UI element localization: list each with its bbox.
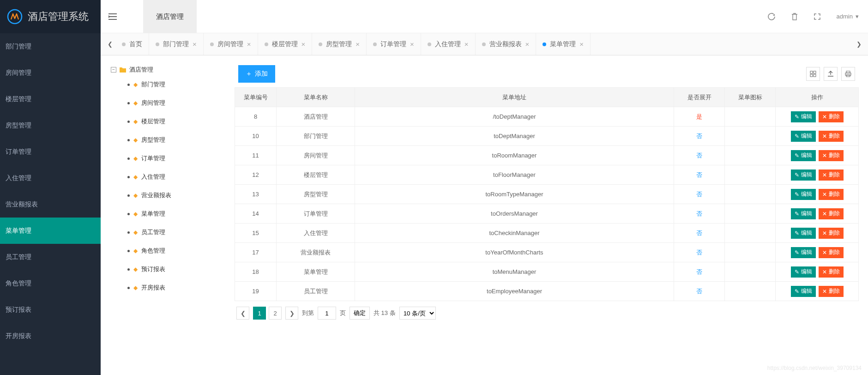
- tab[interactable]: 入住管理×: [421, 33, 476, 55]
- page-next[interactable]: ❯: [285, 307, 298, 320]
- cell-expand: 否: [674, 243, 725, 262]
- tree-node[interactable]: ◆预订报表: [127, 260, 224, 278]
- topbar: 酒店管理 admin ▾: [101, 0, 868, 33]
- tab[interactable]: 楼层管理×: [258, 33, 313, 55]
- cell-actions: ✎编辑✕删除: [776, 204, 859, 224]
- sidebar-item[interactable]: 房间管理: [0, 60, 101, 86]
- trash-icon[interactable]: [791, 13, 798, 20]
- tree-node[interactable]: ◆房间管理: [127, 94, 224, 112]
- sidebar-item[interactable]: 预订报表: [0, 296, 101, 323]
- tree-node[interactable]: ◆部门管理: [127, 75, 224, 94]
- table-row: 14订单管理toOrdersManager否✎编辑✕删除: [235, 204, 859, 224]
- cell-name: 入住管理: [277, 224, 355, 243]
- table-row: 18菜单管理toMenuManager否✎编辑✕删除: [235, 262, 859, 282]
- add-button[interactable]: ＋ 添加: [238, 65, 275, 83]
- per-page-select[interactable]: 10 条/页: [399, 307, 436, 320]
- sidebar-item[interactable]: 入住管理: [0, 165, 101, 191]
- close-icon[interactable]: ×: [410, 40, 414, 48]
- sidebar-item[interactable]: 角色管理: [0, 270, 101, 296]
- tree-node[interactable]: ◆角色管理: [127, 242, 224, 260]
- tree-node[interactable]: ◆订单管理: [127, 149, 224, 168]
- menu-toggle-icon[interactable]: [101, 5, 125, 28]
- delete-button[interactable]: ✕删除: [819, 208, 844, 219]
- tree-node[interactable]: ◆楼层管理: [127, 112, 224, 131]
- refresh-icon[interactable]: [768, 13, 775, 20]
- delete-button[interactable]: ✕删除: [819, 169, 844, 181]
- sidebar-item[interactable]: 营业额报表: [0, 191, 101, 218]
- delete-button[interactable]: ✕删除: [819, 111, 844, 122]
- goto-confirm-button[interactable]: 确定: [350, 307, 370, 320]
- close-icon[interactable]: ×: [525, 40, 530, 48]
- sidebar-item[interactable]: 楼层管理: [0, 86, 101, 112]
- edit-button[interactable]: ✎编辑: [791, 189, 816, 200]
- page-number[interactable]: 2: [269, 307, 282, 320]
- tree-node[interactable]: ◆营业额报表: [127, 186, 224, 205]
- edit-button[interactable]: ✎编辑: [791, 150, 816, 161]
- tab[interactable]: 首页: [115, 33, 149, 55]
- main-tab-hotel[interactable]: 酒店管理: [143, 0, 197, 33]
- close-icon[interactable]: ×: [301, 40, 306, 48]
- tree-collapse-icon[interactable]: −: [111, 67, 116, 73]
- cell-name: 房型管理: [277, 185, 355, 204]
- close-icon[interactable]: ×: [464, 40, 469, 48]
- tree-node[interactable]: ◆员工管理: [127, 223, 224, 242]
- tab[interactable]: 房间管理×: [204, 33, 258, 55]
- leaf-icon: ◆: [133, 155, 138, 162]
- sidebar-item[interactable]: 房型管理: [0, 112, 101, 139]
- delete-button[interactable]: ✕删除: [819, 131, 844, 142]
- x-icon: ✕: [822, 133, 827, 139]
- sidebar-item[interactable]: 菜单管理: [0, 218, 101, 244]
- close-icon[interactable]: ×: [579, 40, 584, 48]
- x-icon: ✕: [822, 191, 827, 198]
- delete-button[interactable]: ✕删除: [819, 247, 844, 258]
- tab-scroll-right[interactable]: ❯: [853, 41, 864, 48]
- sidebar-item[interactable]: 部门管理: [0, 33, 101, 60]
- delete-button[interactable]: ✕删除: [819, 286, 844, 297]
- goto-page-input[interactable]: [318, 307, 336, 320]
- svg-point-0: [8, 10, 22, 24]
- page-prev[interactable]: ❮: [236, 307, 249, 320]
- tab[interactable]: 部门管理×: [149, 33, 204, 55]
- tree-root-node[interactable]: − 酒店管理: [110, 64, 224, 75]
- edit-button[interactable]: ✎编辑: [791, 169, 816, 181]
- fullscreen-icon[interactable]: [814, 13, 820, 20]
- tab[interactable]: 菜单管理×: [536, 33, 591, 55]
- close-icon[interactable]: ×: [247, 40, 251, 48]
- tab[interactable]: 订单管理×: [367, 33, 421, 55]
- edit-button[interactable]: ✎编辑: [791, 228, 816, 239]
- user-dropdown[interactable]: admin ▾: [837, 13, 859, 20]
- edit-button[interactable]: ✎编辑: [791, 131, 816, 142]
- tab-label: 首页: [129, 40, 142, 48]
- cell-name: 酒店管理: [277, 107, 355, 127]
- delete-button[interactable]: ✕删除: [819, 189, 844, 200]
- sidebar-item[interactable]: 开房报表: [0, 323, 101, 349]
- delete-button[interactable]: ✕删除: [819, 228, 844, 239]
- tree-node[interactable]: ◆入住管理: [127, 168, 224, 186]
- sidebar-item[interactable]: 订单管理: [0, 139, 101, 165]
- cell-url: toFloorManager: [355, 165, 674, 185]
- delete-button[interactable]: ✕删除: [819, 266, 844, 278]
- edit-button[interactable]: ✎编辑: [791, 111, 816, 122]
- delete-button[interactable]: ✕删除: [819, 150, 844, 161]
- tab[interactable]: 房型管理×: [312, 33, 367, 55]
- tree-node[interactable]: ◆菜单管理: [127, 205, 224, 223]
- sidebar-item[interactable]: 员工管理: [0, 244, 101, 270]
- column-header: 操作: [776, 88, 859, 107]
- edit-button[interactable]: ✎编辑: [791, 208, 816, 219]
- close-icon[interactable]: ×: [193, 40, 197, 48]
- close-icon[interactable]: ×: [356, 40, 360, 48]
- tab[interactable]: 营业额报表×: [476, 33, 536, 55]
- export-tool-icon[interactable]: [824, 67, 838, 81]
- columns-tool-icon[interactable]: [806, 67, 820, 81]
- edit-button[interactable]: ✎编辑: [791, 286, 816, 297]
- edit-button[interactable]: ✎编辑: [791, 266, 816, 278]
- pencil-icon: ✎: [795, 114, 799, 120]
- tree-node[interactable]: ◆开房报表: [127, 278, 224, 297]
- tab-scroll-left[interactable]: ❮: [104, 41, 115, 48]
- edit-button[interactable]: ✎编辑: [791, 247, 816, 258]
- sidebar: 酒店管理系统 部门管理房间管理楼层管理房型管理订单管理入住管理营业额报表菜单管理…: [0, 0, 101, 375]
- cell-expand: 否: [674, 282, 725, 301]
- tree-node[interactable]: ◆房型管理: [127, 131, 224, 149]
- page-number[interactable]: 1: [253, 307, 266, 320]
- print-tool-icon[interactable]: [841, 67, 855, 81]
